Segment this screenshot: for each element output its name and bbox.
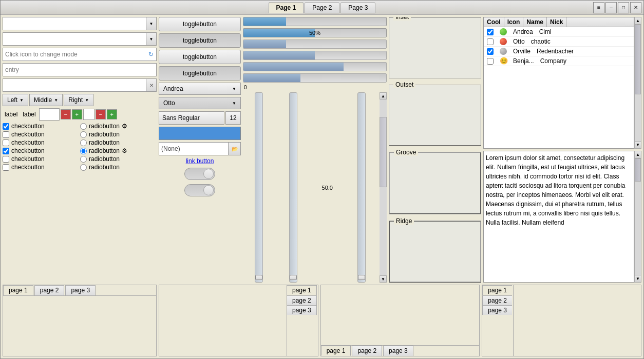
hscale-1[interactable] <box>243 39 387 49</box>
tree-row-otto[interactable]: Otto chaotic <box>484 37 634 47</box>
tree-row-andrea[interactable]: Andrea Cimi <box>484 27 634 37</box>
color-minus-red[interactable]: − <box>61 109 71 119</box>
vscale-1[interactable] <box>255 92 263 283</box>
toggle-btn-3[interactable]: togglebutton <box>159 50 241 64</box>
maximize-button[interactable]: □ <box>618 2 629 13</box>
bottom-tab-2-p3[interactable]: page 3 <box>287 305 317 315</box>
refresh-icon[interactable]: ↻ <box>146 48 156 61</box>
hscale-4[interactable] <box>243 73 387 83</box>
main-tab-page2[interactable]: Page 2 <box>305 2 339 13</box>
dropdown-otto[interactable]: Otto ▼ <box>159 97 241 109</box>
toggle-btn-4[interactable]: togglebutton <box>159 66 241 81</box>
tree-header-icon[interactable]: Icon <box>504 17 524 27</box>
radio-4[interactable] <box>80 148 87 154</box>
tree-check-1[interactable] <box>487 29 494 35</box>
text-scroll-up[interactable]: ▲ <box>635 151 641 158</box>
font-size-button[interactable]: 12 <box>225 111 241 125</box>
tree-header-name[interactable]: Name <box>523 17 547 27</box>
bottom-tab-1-p1[interactable]: page 1 <box>3 285 33 295</box>
hscale-3[interactable] <box>243 62 387 71</box>
minimize-button[interactable]: – <box>605 2 617 13</box>
entry-clear[interactable]: entry ✕ <box>3 78 157 92</box>
spin-box[interactable]: 50 <box>39 108 60 121</box>
switch-track-2[interactable] <box>184 184 215 196</box>
tree-cell-nick-1: Cimi <box>536 27 555 36</box>
vscale-3[interactable] <box>357 92 366 283</box>
entry-plain[interactable] <box>3 63 157 76</box>
scrollbar-down-btn[interactable]: ▼ <box>380 275 387 283</box>
tree-header-nick[interactable]: Nick <box>547 17 566 27</box>
text-view[interactable]: Lorem ipsum dolor sit amet, consectetur … <box>483 151 634 283</box>
menu-button[interactable]: ≡ <box>593 2 604 13</box>
entry-with-icon-input[interactable] <box>3 50 146 59</box>
vscrollbar-1[interactable]: ▲ ▼ <box>380 92 387 283</box>
bottom-tab-2-p1[interactable]: page 1 <box>287 285 317 295</box>
file-chooser-btn[interactable]: 📂 <box>228 143 240 155</box>
vscale-2[interactable] <box>289 92 297 283</box>
entry-with-icon[interactable]: ↻ <box>3 48 157 61</box>
file-chooser[interactable]: (None) 📂 <box>159 142 241 155</box>
radio-2[interactable] <box>80 131 87 138</box>
main-tab-page1[interactable]: Page 1 <box>269 2 304 13</box>
toggle-btn-2[interactable]: togglebutton <box>159 33 241 48</box>
text-scroll-down[interactable]: ▼ <box>635 275 641 282</box>
bottom-tab-4-p2[interactable]: page 2 <box>482 295 512 305</box>
tree-check-4[interactable] <box>487 58 494 65</box>
bottom-tab-1-p2[interactable]: page 2 <box>34 285 65 295</box>
entry-plain-input[interactable] <box>3 65 156 74</box>
toggle-switch-1[interactable] <box>159 168 241 180</box>
combo-entry-2[interactable]: comboboxentry ▼ <box>3 32 157 46</box>
close-button[interactable]: ✕ <box>630 2 641 13</box>
bottom-tab-3-p2[interactable]: page 2 <box>352 346 382 356</box>
combo-entry-2-input[interactable]: comboboxentry <box>3 34 146 44</box>
bottom-tab-3-p3[interactable]: page 3 <box>383 346 413 356</box>
combo-entry-1-arrow[interactable]: ▼ <box>146 17 156 30</box>
color-minus-red-2[interactable]: − <box>96 109 106 119</box>
bottom-tab-1-p3[interactable]: page 3 <box>65 285 96 295</box>
link-button[interactable]: link button <box>159 157 241 165</box>
clear-button[interactable]: ✕ <box>146 79 156 91</box>
bottom-tab-4-p3[interactable]: page 3 <box>482 305 512 315</box>
radio-1[interactable] <box>80 123 87 130</box>
radio-6[interactable] <box>80 164 87 171</box>
font-name-button[interactable]: Sans Regular <box>159 111 224 125</box>
left-dropdown[interactable]: Left ▼ <box>3 94 28 106</box>
color-swatch[interactable] <box>159 127 241 140</box>
tree-header-cool[interactable]: Cool <box>484 17 504 27</box>
radio-3[interactable] <box>80 139 87 146</box>
tree-check-2[interactable] <box>487 38 494 45</box>
tree-scrollbar[interactable]: ▲ ▼ <box>634 17 641 149</box>
middle-dropdown[interactable]: Middle ▼ <box>29 94 63 106</box>
right-dropdown[interactable]: Right ▼ <box>64 94 93 106</box>
checkbox-4[interactable] <box>3 148 9 154</box>
combo-entry-1[interactable]: comboboxentry ▼ <box>3 17 157 30</box>
combo-entry-1-input[interactable]: comboboxentry <box>3 19 146 28</box>
scrollbar-up-btn[interactable]: ▲ <box>380 92 387 99</box>
checkbox-2[interactable] <box>3 131 9 138</box>
toggle-btn-1[interactable]: togglebutton <box>159 17 241 31</box>
toggle-switch-2[interactable] <box>159 184 241 196</box>
combo-entry-2-arrow[interactable]: ▼ <box>146 33 156 45</box>
checkbox-1[interactable] <box>3 123 9 130</box>
hscale-2[interactable] <box>243 51 387 60</box>
checkbox-3[interactable] <box>3 139 9 146</box>
bottom-tab-4-p1[interactable]: page 1 <box>482 285 512 295</box>
color-plus-green[interactable]: + <box>72 109 82 119</box>
bottom-tab-3-p1[interactable]: page 1 <box>321 346 351 356</box>
text-scrollbar[interactable]: ▲ ▼ <box>634 151 641 283</box>
color-box-white[interactable] <box>83 109 94 120</box>
tree-scroll-down[interactable]: ▼ <box>635 141 641 148</box>
color-plus-green-2[interactable]: + <box>107 109 117 119</box>
tree-row-benja[interactable]: 😊 Benja... Company <box>484 56 634 66</box>
radio-5[interactable] <box>80 156 87 163</box>
checkbox-6[interactable] <box>3 164 9 171</box>
tree-check-3[interactable] <box>487 48 494 55</box>
tree-scroll-up[interactable]: ▲ <box>635 17 641 25</box>
switch-track-1[interactable] <box>184 168 215 180</box>
dropdown-andrea[interactable]: Andrea ▼ <box>159 83 241 95</box>
bottom-tab-2-p2[interactable]: page 2 <box>287 295 317 305</box>
entry-clear-input[interactable]: entry <box>3 81 146 90</box>
tree-row-orville[interactable]: Orville Redenbacher <box>484 47 634 56</box>
main-tab-page3[interactable]: Page 3 <box>340 2 375 13</box>
checkbox-5[interactable] <box>3 156 9 163</box>
